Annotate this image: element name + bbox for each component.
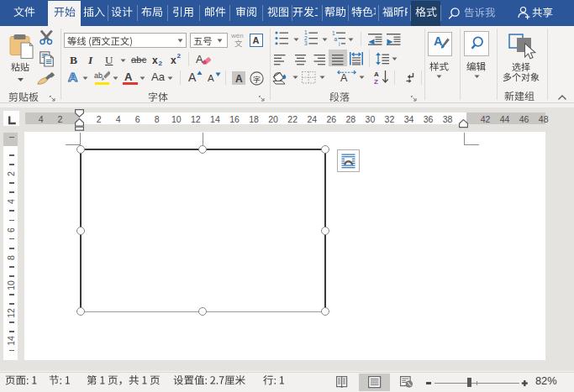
- svg-text:Z: Z: [374, 78, 378, 85]
- svg-text:i: i: [339, 41, 340, 46]
- svg-text:3: 3: [304, 40, 308, 46]
- svg-text:a: a: [334, 36, 338, 42]
- svg-text:A: A: [374, 71, 379, 78]
